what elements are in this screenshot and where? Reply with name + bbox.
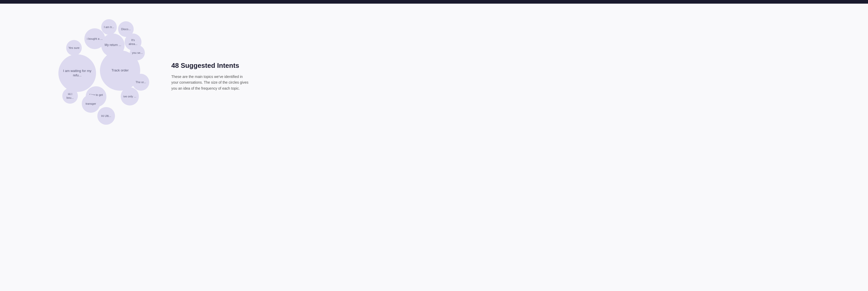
bubble-ive-only[interactable]: ive only ... xyxy=(121,87,139,106)
bubble-hi-i-bou[interactable]: Hi I bou... xyxy=(62,88,78,104)
bubble-label-hi-i-bou: Hi I bou... xyxy=(62,90,78,102)
bubble-label-i-am-waiting: I am waiting for my refu... xyxy=(58,67,96,80)
suggested-intents-title: 48 Suggested Intents xyxy=(171,62,249,70)
bubble-chart: I am tr...Disco...i bought a ...My retur… xyxy=(41,14,151,139)
bubble-i-am-waiting[interactable]: I am waiting for my refu... xyxy=(58,54,96,92)
top-bar xyxy=(0,0,868,4)
bubble-the-or[interactable]: The or... xyxy=(132,74,149,91)
bubble-transger[interactable]: transger xyxy=(82,94,100,113)
bubble-label-transger: transger xyxy=(84,100,98,108)
bubble-i-am-tr[interactable]: I am tr... xyxy=(101,19,117,35)
bubble-label-yes-sure: Yes sure xyxy=(66,44,82,52)
bubble-label-the-or: The or... xyxy=(133,78,148,86)
bubble-label-i-am-tr: I am tr... xyxy=(102,23,116,31)
suggested-intents-description: These are the main topics we've identifi… xyxy=(171,74,249,91)
bubble-yes-sure[interactable]: Yes sure xyxy=(66,40,82,56)
bubble-label-track-order: Track order xyxy=(110,66,131,75)
bubble-label-disco: Disco... xyxy=(119,25,133,33)
info-panel: 48 Suggested Intents These are the main … xyxy=(171,62,249,91)
bubble-hi-ulti[interactable]: Hi Ulti... xyxy=(97,107,115,125)
bubble-label-hi-ulti: Hi Ulti... xyxy=(99,112,114,120)
bubble-label-my-return: My return ... xyxy=(102,41,123,49)
main-container: I am tr...Disco...i bought a ...My retur… xyxy=(0,4,868,149)
bubble-label-ive-only: ive only ... xyxy=(121,92,138,100)
